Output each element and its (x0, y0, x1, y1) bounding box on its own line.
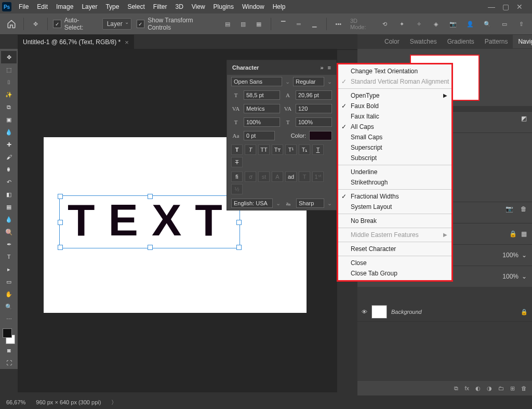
doc-info[interactable]: 960 px × 640 px (300 ppi) (36, 399, 101, 405)
contextual-button[interactable]: ơ (245, 171, 256, 182)
eyedropper-tool[interactable]: 💧 (1, 126, 17, 138)
antialias-field[interactable]: Sharp (296, 199, 324, 208)
handle-top-left[interactable] (58, 194, 63, 199)
handle-middle-left[interactable] (58, 220, 63, 225)
zoom-level[interactable]: 66,67% (6, 399, 25, 405)
1st-button[interactable]: 1ˢᵗ (312, 171, 324, 182)
layer-name[interactable]: Background (391, 309, 422, 315)
search-icon[interactable]: 🔍 (481, 17, 494, 31)
tab-patterns[interactable]: Patterns (480, 35, 513, 48)
menu-item-close[interactable]: Close (338, 258, 451, 268)
dodge-tool[interactable]: 🍭 (1, 226, 17, 238)
handle-bottom-right[interactable] (236, 245, 242, 250)
tab-gradients[interactable]: Gradients (442, 35, 480, 48)
ligature-button[interactable]: fi (231, 171, 243, 182)
show-transform-checkbox[interactable]: ✓Show Transform Controls (137, 17, 216, 31)
pen-tool[interactable]: ✒ (1, 238, 17, 250)
align-top-icon[interactable]: ▔ (276, 17, 290, 31)
menu-item-change-text-orientation[interactable]: Change Text Orientation (338, 66, 451, 76)
3d-pan-icon[interactable]: ✧ (413, 17, 425, 31)
baseline-shift-field[interactable]: 0 pt (244, 131, 275, 140)
menu-item-system-layout[interactable]: System Layout (338, 202, 451, 212)
path-select-tool[interactable]: ▸ (1, 263, 17, 275)
opacity-value[interactable]: 100% (502, 252, 518, 259)
hand-tool[interactable]: ✋ (1, 288, 17, 300)
align-right-icon[interactable]: ▦ (252, 17, 265, 31)
handle-middle-right[interactable] (236, 220, 242, 225)
layer-row-background[interactable]: 👁 Background 🔒 (357, 302, 532, 322)
mask-icon[interactable]: ◐ (475, 385, 481, 392)
menu-item-opentype[interactable]: OpenType▶ (338, 90, 451, 101)
menu-view[interactable]: View (188, 1, 209, 12)
subscript-button[interactable]: T₁ (299, 144, 310, 155)
menu-item-underline[interactable]: Underline (338, 167, 451, 177)
group-icon[interactable]: 🗀 (498, 385, 504, 391)
fill-value[interactable]: 100% (502, 273, 518, 280)
more-options-icon[interactable]: ••• (332, 17, 345, 31)
align-middle-icon[interactable]: ═ (292, 17, 305, 31)
share-icon[interactable]: ⇧ (515, 17, 528, 31)
menu-filter[interactable]: Filter (149, 1, 171, 12)
font-style-field[interactable]: Regular (293, 77, 324, 86)
align-bottom-icon[interactable]: ▁ (308, 17, 321, 31)
tab-navigator[interactable]: Navigator (513, 35, 532, 48)
history-brush-tool[interactable]: ↶ (1, 176, 17, 188)
menu-item-faux-italic[interactable]: Faux Italic (338, 111, 451, 122)
crop-tool[interactable]: ⧉ (1, 101, 17, 113)
menu-layer[interactable]: Layer (77, 1, 101, 12)
align-left-icon[interactable]: ▤ (221, 17, 234, 31)
menu-help[interactable]: Help (269, 1, 290, 12)
font-family-field[interactable]: Open Sans (231, 77, 282, 86)
underline-button[interactable]: T (312, 144, 324, 155)
marquee-tool[interactable]: ⬚ (1, 63, 17, 76)
edit-toolbar[interactable]: ⋯ (1, 313, 17, 325)
horizontal-scale-field[interactable]: 100% (296, 117, 332, 127)
tracking-field[interactable]: 120 (296, 104, 332, 113)
menu-item-close-tab-group[interactable]: Close Tab Group (338, 268, 451, 279)
menu-item-faux-bold[interactable]: Faux Bold✓ (338, 101, 451, 111)
gradient-tool[interactable]: ▦ (1, 201, 17, 213)
character-panel[interactable]: Character » ≡ Open Sans ⌄ Regular ⌄ T 58… (227, 60, 337, 210)
healing-tool[interactable]: ✚ (1, 138, 17, 151)
visibility-icon[interactable]: 👁 (362, 309, 367, 315)
menu-select[interactable]: Select (123, 1, 149, 12)
italic-button[interactable]: T (245, 144, 256, 155)
handle-bottom-left[interactable] (58, 245, 63, 250)
text-color-swatch[interactable] (309, 131, 332, 140)
menu-item-reset-character[interactable]: Reset Character (338, 244, 451, 254)
maximize-button[interactable]: ▢ (502, 3, 509, 11)
handle-bottom-middle[interactable] (148, 245, 153, 250)
new-layer-icon[interactable]: ⊞ (510, 385, 515, 392)
menu-item-no-break[interactable]: No Break (338, 216, 451, 226)
menu-type[interactable]: Type (101, 1, 123, 12)
shape-tool[interactable]: ▭ (1, 275, 17, 288)
auto-select-mode-dropdown[interactable]: Layer (102, 18, 131, 30)
fx-icon[interactable]: fx (464, 385, 469, 391)
3d-orbit-icon[interactable]: ⟲ (378, 17, 391, 31)
handle-top-middle[interactable] (148, 194, 153, 199)
menu-3d[interactable]: 3D (171, 1, 187, 12)
titling-button[interactable]: A (272, 171, 283, 182)
menu-window[interactable]: Window (238, 1, 269, 12)
minimize-button[interactable]: — (488, 3, 495, 11)
menu-edit[interactable]: Edit (33, 1, 52, 12)
layers-panel[interactable]: 👁 Background 🔒 (357, 287, 532, 381)
blur-tool[interactable]: 💧 (1, 213, 17, 226)
leading-field[interactable]: 20,96 pt (296, 90, 332, 100)
transform-bounding-box[interactable] (59, 195, 240, 248)
menu-plugins[interactable]: Plugins (209, 1, 238, 12)
3d-slide-icon[interactable]: ◈ (429, 17, 442, 31)
adjustments-icon[interactable]: ◩ (521, 115, 527, 129)
link-layers-icon[interactable]: ⧉ (454, 385, 458, 392)
move-tool-icon[interactable]: ✥ (29, 17, 42, 31)
stamp-tool[interactable]: ⧯ (1, 163, 17, 176)
fraction-button[interactable]: ½ (231, 184, 243, 194)
menu-item-all-caps[interactable]: All Caps✓ (338, 122, 451, 132)
allcaps-button[interactable]: TT (258, 144, 270, 155)
home-button[interactable] (4, 17, 18, 31)
brush-tool[interactable]: 🖌 (1, 151, 17, 163)
smallcaps-button[interactable]: Tᴛ (272, 144, 283, 155)
bold-button[interactable]: T (231, 144, 243, 155)
align-center-icon[interactable]: ▥ (236, 17, 250, 31)
document-tab[interactable]: Untitled-1 @ 66,7% (Text, RGB/8) * × (18, 35, 134, 49)
